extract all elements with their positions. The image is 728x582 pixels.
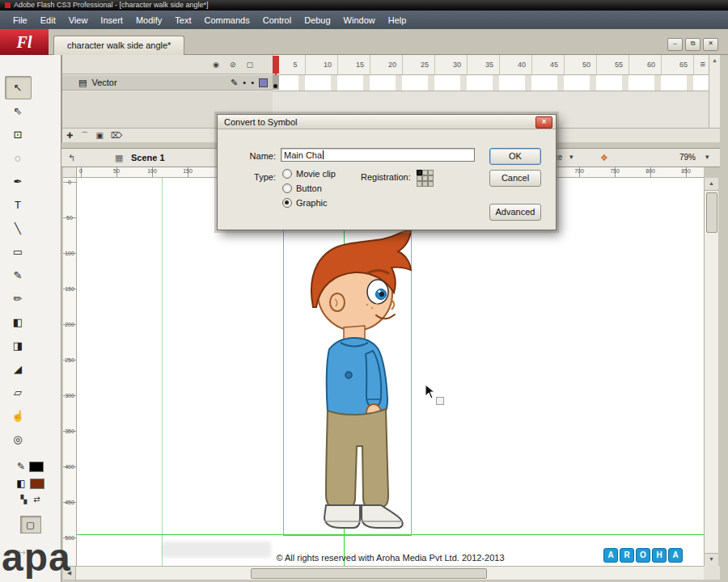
horizontal-scroll-thumb[interactable] [251, 568, 487, 579]
add-motion-guide-button[interactable]: ⌒ [80, 130, 88, 141]
layer-row-vector[interactable]: ▤ Vector ✎ • • [62, 75, 273, 91]
timeline-panel-menu-icon[interactable]: ≡ [700, 59, 705, 69]
character-illustration[interactable] [284, 230, 412, 535]
zoom-dropdown-icon[interactable]: ▾ [705, 153, 709, 161]
registration-cell[interactable] [422, 175, 428, 181]
radio-graphic[interactable]: Graphic [282, 198, 328, 208]
pen-tool[interactable]: ✒ [5, 170, 32, 193]
timeline-scrollbar[interactable]: ▲ [709, 55, 720, 128]
vertical-scroll-thumb[interactable] [706, 192, 717, 233]
paint-bucket-tool[interactable]: ◨ [5, 334, 32, 357]
advanced-button[interactable]: Advanced [489, 204, 541, 221]
registration-cell[interactable] [417, 175, 422, 181]
radio-circle[interactable] [282, 169, 292, 179]
line-tool[interactable]: ╲ [5, 217, 32, 240]
delete-layer-button[interactable]: ⌦ [111, 131, 122, 140]
lock-icon[interactable]: ⊘ [230, 61, 236, 69]
registration-cell[interactable] [422, 170, 428, 175]
menu-file[interactable]: File [6, 13, 34, 27]
text-caret [323, 150, 324, 159]
menu-commands[interactable]: Commands [197, 13, 256, 27]
ink-bottle-tool[interactable]: ◧ [5, 310, 32, 334]
radio-button-type[interactable]: Button [282, 183, 322, 193]
scroll-up-icon[interactable]: ▲ [712, 57, 717, 63]
keyframe-frame-1[interactable] [273, 75, 279, 90]
brush-tool[interactable]: ✏ [5, 287, 32, 310]
fill-color-swatch[interactable] [30, 479, 44, 489]
frame-number: 55 [603, 61, 635, 69]
back-arrow-icon[interactable]: ↰ [68, 153, 75, 163]
registration-cell[interactable] [417, 170, 422, 175]
scene-label[interactable]: Scene 1 [131, 153, 165, 162]
titlebar: Adobe Flash CS3 Professional - [characte… [0, 0, 728, 11]
menu-view[interactable]: View [62, 13, 95, 27]
workspace-dropdown-icon[interactable]: ▾ [569, 153, 574, 161]
lasso-tool[interactable]: ◌ [5, 146, 32, 170]
document-tab[interactable]: character walk side angle* [53, 36, 184, 55]
vertical-scrollbar[interactable]: ▲ ▼ [704, 178, 718, 566]
cursor-selection-box [436, 397, 444, 405]
dialog-close-icon[interactable]: ✕ [535, 116, 552, 129]
symbol-name-input[interactable]: Main Cha [281, 148, 475, 162]
radio-circle-selected[interactable] [282, 198, 292, 208]
edit-symbols-icon[interactable]: ❖ [600, 153, 608, 163]
eyedropper-tool[interactable]: ◢ [5, 357, 32, 381]
radio-circle[interactable] [282, 183, 292, 193]
layer-name[interactable]: Vector [91, 78, 116, 87]
radio-label: Movie clip [296, 169, 336, 179]
subselection-tool[interactable]: ⇖ [5, 99, 32, 123]
ok-button[interactable]: OK [489, 148, 541, 165]
scroll-down-arrow[interactable]: ▼ [705, 553, 718, 566]
registration-cell[interactable] [428, 175, 434, 181]
menu-window[interactable]: Window [337, 13, 382, 27]
black-white-colors-icon[interactable]: ▚ [20, 495, 27, 504]
minimize-button[interactable]: – [667, 38, 683, 51]
registration-cell[interactable] [428, 181, 434, 187]
cancel-button[interactable]: Cancel [489, 170, 541, 187]
window-title: Adobe Flash CS3 Professional - [characte… [14, 0, 209, 11]
object-drawing-toggle[interactable]: ▢ [20, 516, 41, 534]
selection-tool[interactable]: ↖ [5, 76, 32, 99]
registration-cell[interactable] [422, 181, 428, 187]
layer-frame-track[interactable] [273, 75, 709, 91]
menu-text[interactable]: Text [168, 13, 197, 27]
menu-debug[interactable]: Debug [298, 13, 336, 27]
radio-movie-clip[interactable]: Movie clip [282, 169, 336, 179]
stage-canvas[interactable]: © All rights reserved with Aroha Media P… [77, 178, 704, 566]
registration-cell[interactable] [428, 170, 434, 175]
hand-tool[interactable]: ☝ [5, 404, 32, 428]
close-button[interactable]: ✕ [703, 38, 718, 51]
rectangle-tool[interactable]: ▭ [5, 240, 32, 264]
menu-control[interactable]: Control [256, 13, 298, 27]
insert-layer-folder-button[interactable]: ▣ [95, 131, 103, 140]
zoom-value[interactable]: 79% [679, 153, 696, 162]
eraser-tool[interactable]: ▱ [5, 381, 32, 404]
timeline-frame-ruler[interactable]: 5101520253035404550556065 [273, 55, 709, 75]
insert-layer-button[interactable]: ✚ [66, 131, 73, 140]
dialog-titlebar[interactable]: Convert to Symbol [218, 115, 556, 129]
playhead[interactable] [273, 56, 279, 74]
aroha-logo: AROHA [603, 548, 683, 563]
layer-visibility-dot[interactable]: • [243, 78, 246, 87]
tool-grid: ↖⇖⊡◌✒T╲▭✎✏◧◨◢▱☝◎ [5, 76, 57, 451]
menu-help[interactable]: Help [382, 13, 413, 27]
zoom-tool[interactable]: ◎ [5, 428, 32, 451]
free-transform-tool[interactable]: ⊡ [5, 123, 32, 146]
stroke-color-swatch[interactable] [29, 462, 44, 472]
registration-cell[interactable] [417, 181, 422, 187]
text-tool[interactable]: T [5, 193, 32, 217]
restore-button[interactable]: ⧉ [685, 38, 700, 51]
show-hide-icon[interactable]: ◉ [213, 61, 219, 69]
scroll-up-arrow[interactable]: ▲ [705, 178, 718, 191]
swap-colors-icon[interactable]: ⇄ [33, 495, 40, 504]
layer-lock-dot[interactable]: • [251, 78, 254, 87]
menu-edit[interactable]: Edit [34, 13, 62, 27]
ruler-number: 250 [63, 357, 76, 393]
registration-grid[interactable] [417, 170, 434, 187]
menu-modify[interactable]: Modify [129, 13, 168, 27]
menu-insert[interactable]: Insert [94, 13, 129, 27]
outline-icon[interactable]: ▢ [246, 61, 253, 69]
pencil-tool[interactable]: ✎ [5, 264, 32, 287]
layer-outline-color-chip[interactable] [259, 78, 268, 87]
horizontal-scrollbar[interactable]: ◀ ▶ [63, 566, 720, 580]
